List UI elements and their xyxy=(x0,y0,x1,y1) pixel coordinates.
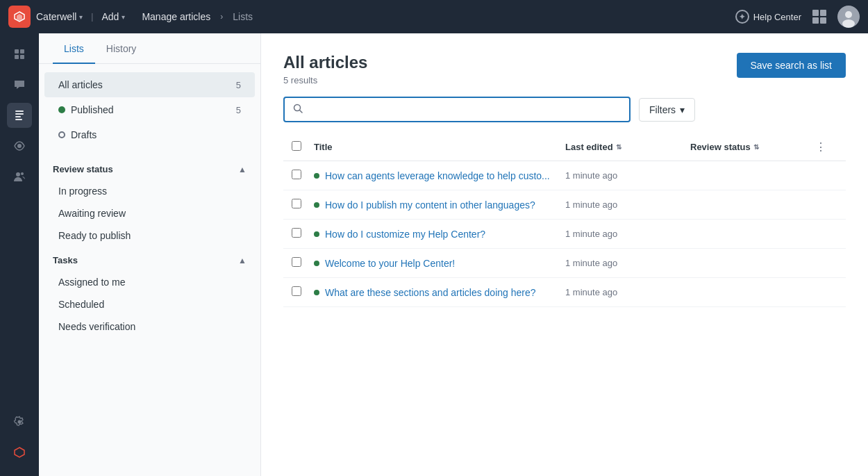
tab-history[interactable]: History xyxy=(95,33,148,64)
header-title: Title xyxy=(314,142,565,152)
app-logo xyxy=(8,6,31,28)
svg-rect-7 xyxy=(15,110,24,112)
list-item-drafts[interactable]: Drafts xyxy=(44,122,255,147)
sidebar-item-users[interactable] xyxy=(7,164,32,189)
row-title-text-0[interactable]: How can agents leverage knowledge to hel… xyxy=(325,170,550,181)
table-body: How can agents leverage knowledge to hel… xyxy=(283,161,846,307)
row-title-2: How do I customize my Help Center? xyxy=(314,229,565,240)
save-search-button[interactable]: Save search as list xyxy=(737,53,846,78)
header-checkbox[interactable] xyxy=(292,141,314,153)
row-check-input-1[interactable] xyxy=(292,199,301,208)
breadcrumb-current: Lists xyxy=(233,11,253,22)
row-status-dot-4 xyxy=(314,290,319,295)
row-checkbox-4[interactable] xyxy=(292,286,314,298)
table-row[interactable]: What are these sections and articles doi… xyxy=(283,278,846,307)
row-title-4: What are these sections and articles doi… xyxy=(314,287,565,298)
manage-articles-link[interactable]: Manage articles xyxy=(142,11,210,22)
svg-point-1 xyxy=(845,11,852,18)
row-title-text-4[interactable]: What are these sections and articles doi… xyxy=(325,287,536,298)
search-box xyxy=(283,97,631,122)
list-item-published[interactable]: Published 5 xyxy=(44,97,255,122)
row-status-dot-2 xyxy=(314,231,319,237)
page-title: All articles xyxy=(283,53,367,72)
all-articles-label: All articles xyxy=(58,79,103,90)
list-item-all-articles[interactable]: All articles 5 xyxy=(44,72,255,97)
tasks-section-header: Tasks ▲ xyxy=(39,247,260,271)
filters-chevron-icon: ▾ xyxy=(680,104,685,115)
search-input[interactable] xyxy=(308,104,621,115)
svg-rect-3 xyxy=(15,49,19,54)
filters-button[interactable]: Filters ▾ xyxy=(639,98,695,122)
svg-rect-8 xyxy=(15,113,24,115)
row-check-input-2[interactable] xyxy=(292,228,301,238)
task-needs-verification[interactable]: Needs verification xyxy=(44,315,255,338)
help-center-button[interactable]: ✦ Help Center xyxy=(735,10,801,24)
row-title-text-3[interactable]: Welcome to your Help Center! xyxy=(325,258,455,269)
row-checkbox-0[interactable] xyxy=(292,170,314,181)
svg-point-14 xyxy=(18,420,22,424)
top-navbar: Caterwell ▾ | Add ▾ Manage articles › Li… xyxy=(0,0,868,33)
table-row[interactable]: How do I publish my content in other lan… xyxy=(283,190,846,220)
brand-button[interactable]: Caterwell ▾ xyxy=(36,11,83,22)
table-row[interactable]: Welcome to your Help Center! 1 minute ag… xyxy=(283,249,846,278)
svg-rect-9 xyxy=(15,116,21,117)
sort-edited-icon: ⇅ xyxy=(616,143,621,151)
filters-label: Filters xyxy=(649,104,676,115)
header-review-status[interactable]: Review status ⇅ xyxy=(690,142,815,152)
user-avatar[interactable] xyxy=(837,6,860,28)
draft-status-dot xyxy=(58,131,65,138)
row-check-input-0[interactable] xyxy=(292,170,301,179)
row-title-text-2[interactable]: How do I customize my Help Center? xyxy=(325,229,485,240)
select-all-checkbox[interactable] xyxy=(292,141,301,151)
row-checkbox-2[interactable] xyxy=(292,228,314,240)
review-status-items: In progress Awaiting review Ready to pub… xyxy=(39,180,260,247)
row-check-input-3[interactable] xyxy=(292,257,301,267)
left-panel: Lists History All articles 5 Published 5 xyxy=(39,33,261,476)
tab-lists[interactable]: Lists xyxy=(53,33,95,64)
row-title-1: How do I publish my content in other lan… xyxy=(314,199,565,211)
sidebar-item-brand[interactable] xyxy=(7,440,32,465)
tasks-toggle[interactable]: ▲ xyxy=(238,256,247,265)
row-last-edited-3: 1 minute ago xyxy=(565,258,690,268)
help-icon: ✦ xyxy=(735,10,749,24)
row-status-dot-1 xyxy=(314,202,319,208)
review-awaiting[interactable]: Awaiting review xyxy=(44,202,255,224)
search-icon xyxy=(293,104,303,115)
table-row[interactable]: How can agents leverage knowledge to hel… xyxy=(283,161,846,190)
sidebar-item-articles[interactable] xyxy=(7,103,32,128)
review-ready[interactable]: Ready to publish xyxy=(44,224,255,247)
row-checkbox-3[interactable] xyxy=(292,257,314,269)
articles-table: Title Last edited ⇅ Review status ⇅ ⋮ xyxy=(261,133,868,476)
task-scheduled[interactable]: Scheduled xyxy=(44,293,255,315)
review-status-toggle[interactable]: ▲ xyxy=(238,165,247,174)
grid-view-icon[interactable] xyxy=(812,10,826,24)
tabs-container: Lists History xyxy=(39,33,260,64)
sidebar-item-conversations[interactable] xyxy=(7,72,32,97)
row-checkbox-1[interactable] xyxy=(292,199,314,211)
sidebar-item-dashboard[interactable] xyxy=(7,42,32,67)
row-status-dot-3 xyxy=(314,261,319,266)
row-title-text-1[interactable]: How do I publish my content in other lan… xyxy=(325,199,535,211)
tasks-title: Tasks xyxy=(53,255,78,265)
drafts-label: Drafts xyxy=(71,129,97,140)
add-button[interactable]: Add ▾ xyxy=(101,11,125,22)
content-header: All articles 5 results Save search as li… xyxy=(261,33,868,97)
row-check-input-4[interactable] xyxy=(292,286,301,296)
published-count: 5 xyxy=(236,105,241,115)
header-last-edited[interactable]: Last edited ⇅ xyxy=(565,142,690,152)
sidebar-item-views[interactable] xyxy=(7,133,32,158)
more-options-icon[interactable]: ⋮ xyxy=(815,141,826,153)
review-in-progress[interactable]: In progress xyxy=(44,180,255,202)
published-status-dot xyxy=(58,106,65,113)
svg-rect-5 xyxy=(15,55,19,59)
breadcrumb-separator: › xyxy=(220,12,223,22)
svg-rect-10 xyxy=(15,119,22,120)
sidebar-item-settings[interactable] xyxy=(7,409,32,434)
row-title-0: How can agents leverage knowledge to hel… xyxy=(314,170,565,181)
row-last-edited-2: 1 minute ago xyxy=(565,229,690,239)
svg-rect-6 xyxy=(20,55,24,59)
help-label: Help Center xyxy=(753,12,801,22)
table-row[interactable]: How do I customize my Help Center? 1 min… xyxy=(283,220,846,249)
task-assigned[interactable]: Assigned to me xyxy=(44,271,255,293)
review-status-title: Review status xyxy=(53,164,113,174)
